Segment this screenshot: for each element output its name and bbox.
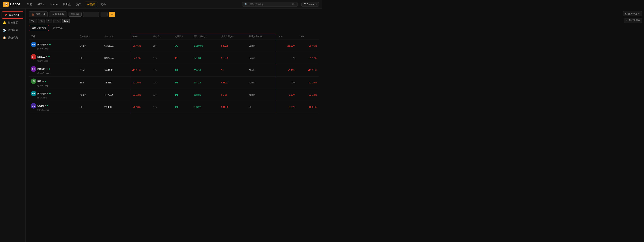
change-24h: -93.21% — [130, 64, 152, 77]
view-tab-recent-trades[interactable]: 最近交易 — [50, 25, 66, 31]
status-dot — [42, 81, 44, 82]
nav-item-zixuan[interactable]: 自选 — [25, 2, 34, 7]
token-name-cell: HY HYPER jcGm3...ump — [29, 40, 78, 52]
th-sell[interactable]: 卖出金额($) ↕ — [219, 34, 247, 40]
created-time: 2h — [78, 101, 102, 113]
token-symbol: COIN — [37, 104, 44, 107]
pin-icon: 📌 — [4, 14, 7, 17]
token-avatar: PI — [31, 79, 36, 84]
nav-item-new-listings[interactable]: 新开盘 — [61, 2, 73, 7]
trade-count: 2/2 — [173, 40, 192, 52]
wallet-count: 2 ↻ — [151, 40, 173, 52]
change-1h: -93.12% — [297, 89, 319, 101]
time-filter-row: 30m 1h 6h 12h 24h — [29, 19, 319, 23]
sidebar-item-notify-msg[interactable]: 📋 通知消息 — [0, 34, 26, 42]
token-address: jcGm3...ump — [37, 48, 76, 50]
th-1h: 1h% — [297, 34, 319, 40]
sidebar-item-watch-group[interactable]: 📌 观察分组 — [2, 12, 24, 19]
nav-item-hot[interactable]: 热门 — [74, 2, 83, 7]
group-placeholder-2 — [100, 12, 108, 17]
time-btn-24h[interactable]: 24h — [62, 19, 70, 23]
th-mktcap[interactable]: 市值($) ↕ — [102, 34, 130, 40]
time-btn-30m[interactable]: 30m — [29, 19, 37, 23]
th-created[interactable]: 创建时间 ↕ — [78, 34, 102, 40]
trade-count: 1/1 — [173, 77, 192, 89]
status-dot — [45, 105, 46, 106]
wallet-group-tab[interactable]: 💼 钱包分组 — [29, 12, 48, 17]
buy-amount: 668.26 — [192, 77, 219, 89]
message-icon: 📋 — [3, 36, 6, 39]
table-row: HY HYPER iioYp...ump 49min 4,773.26 -93.… — [29, 89, 319, 101]
change-1h: -1.17% — [297, 52, 319, 64]
trade-count: 1/1 — [173, 101, 192, 113]
add-group-button[interactable]: + — [109, 12, 115, 17]
market-cap: 4,773.26 — [102, 89, 130, 101]
change-5m: -3.13% — [276, 89, 298, 101]
wallet-count: 1 ↻ — [151, 64, 173, 77]
last-trade-time: 34min — [247, 52, 276, 64]
created-time: 19h — [78, 77, 102, 89]
buy-amount: 668.33 — [192, 64, 219, 77]
refresh-icon: ↻ — [155, 57, 157, 59]
token-symbol: HYPER — [37, 43, 46, 46]
data-table: 币种 创建时间 ↕ 市值($) ↕ 24h% 钱包数 ↕ 交 — [29, 33, 319, 113]
default-group-tag[interactable]: 默认分组 — [68, 12, 82, 17]
menu-icon: ☰ — [304, 3, 306, 6]
market-cap: 6,306.81 — [102, 40, 130, 52]
search-shortcut: ⌘K — [292, 3, 295, 6]
th-buy[interactable]: 买入金额($) ↕ — [192, 34, 219, 40]
token-symbol: HYPER — [37, 92, 46, 95]
buy-amount: 383.27 — [192, 101, 219, 113]
sell-amount: 51 — [219, 64, 247, 77]
status-dot — [47, 93, 48, 94]
token-avatar: HY — [31, 42, 36, 47]
time-btn-6h[interactable]: 6h — [46, 19, 52, 23]
status-dot — [50, 93, 50, 94]
change-1h: -93.21% — [297, 64, 319, 77]
sidebar-label-monitor: 监控配置 — [8, 21, 18, 25]
th-wallets[interactable]: 钱包数 ↕ — [151, 34, 173, 40]
status-dot — [50, 44, 50, 45]
token-name-cell: CO COIN 6Qm9r...ump — [29, 101, 78, 113]
refresh-icon: ↻ — [155, 45, 157, 47]
status-dot — [46, 56, 48, 57]
table-header-row: 币种 创建时间 ↕ 市值($) ↕ 24h% 钱包数 ↕ 交 — [29, 34, 319, 40]
time-btn-1h[interactable]: 1h — [38, 19, 44, 23]
change-5m: 0% — [276, 52, 298, 64]
search-icon: 🔍 — [244, 3, 248, 6]
change-24h: -90.46% — [130, 40, 152, 52]
sidebar: 📌 观察分组 🔔 监控配置 📡 通知渠道 📋 通知消息 — [0, 9, 26, 242]
nav-item-meme[interactable]: Meme — [48, 2, 60, 7]
view-tab-group-trades[interactable]: 分组交易代币 — [29, 25, 49, 31]
nav-item-ai-signal[interactable]: AI信号 — [35, 2, 47, 7]
market-cap: 23.48K — [102, 101, 130, 113]
sell-amount: 888.75 — [219, 40, 247, 52]
refresh-icon: ↻ — [155, 69, 157, 72]
sidebar-item-notify-channel[interactable]: 📡 通知渠道 — [0, 27, 26, 34]
time-btn-12h[interactable]: 12h — [53, 19, 61, 23]
status-dot — [45, 81, 46, 82]
buy-amount: 668.81 — [192, 89, 219, 101]
token-symbol: PRIME — [37, 68, 46, 71]
nav-item-ai-monitor[interactable]: AI监控 — [85, 2, 97, 7]
th-lasttime[interactable]: 最后交易时间 ↓ — [247, 34, 276, 40]
logo-icon: 🐶 — [3, 2, 9, 7]
status-dot — [47, 44, 48, 45]
bell-icon: 🔔 — [3, 21, 6, 24]
trade-count: 1/2 — [173, 52, 192, 64]
search-input[interactable] — [249, 3, 288, 6]
sidebar-item-monitor-config[interactable]: 🔔 监控配置 — [0, 19, 26, 27]
nav-item-trade[interactable]: 交易 — [98, 2, 108, 7]
chain-selector[interactable]: ☰ Solana ▾ — [302, 2, 319, 7]
token-avatar: HY — [31, 91, 36, 96]
token-address: iioYp...ump — [37, 97, 76, 99]
group-type-tabs: 💼 钱包分组 ⊙ 代币分组 默认分组 + — [29, 12, 319, 17]
token-address: 4jbMS...ump — [37, 84, 76, 87]
refresh-icon: ↻ — [155, 106, 157, 108]
chevron-down-icon: ▾ — [316, 3, 317, 6]
th-coin: 币种 — [29, 34, 78, 40]
th-trades[interactable]: 交易数 ↕ — [173, 34, 192, 40]
change-5m: -0.06% — [276, 101, 298, 113]
token-group-tab[interactable]: ⊙ 代币分组 — [49, 12, 67, 17]
created-time: 41min — [78, 64, 102, 77]
